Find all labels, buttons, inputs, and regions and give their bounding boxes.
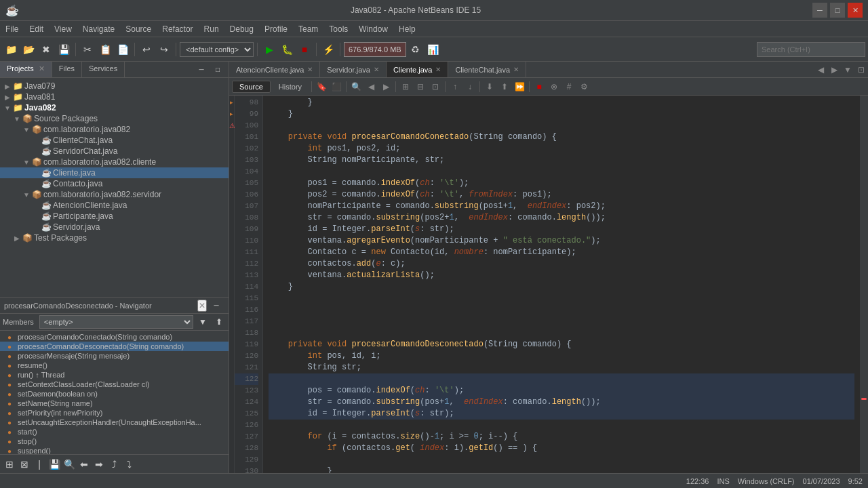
tree-item-cliente[interactable]: ▶ ☕ Cliente.java: [0, 167, 229, 178]
menu-refactor[interactable]: Refactor: [157, 23, 198, 35]
menu-file[interactable]: File: [0, 23, 24, 35]
toggle-linenums-button[interactable]: #: [562, 80, 576, 94]
menu-navigate[interactable]: Navigate: [77, 23, 120, 35]
expand-java081[interactable]: ▶: [3, 94, 12, 101]
expand-java082[interactable]: ▼: [3, 104, 12, 112]
tree-item-source-packages[interactable]: ▼ 📦 Source Packages: [0, 113, 229, 124]
editor-tab-cliente[interactable]: Cliente.java ✕: [387, 62, 448, 77]
nav-item-11[interactable]: ● stop(): [0, 436, 229, 446]
menu-source[interactable]: Source: [120, 23, 157, 35]
editor-tab-clientechat[interactable]: ClienteChat.java ✕: [448, 62, 526, 77]
step-into-button[interactable]: ⬇: [483, 80, 496, 94]
nav-btn-1[interactable]: ⊠: [18, 458, 31, 471]
unfold-button[interactable]: ⊟: [414, 80, 427, 94]
members-filter-select[interactable]: <empty>: [39, 315, 193, 329]
nav-item-0[interactable]: ● procesarComandoConectado(String comand…: [0, 332, 229, 342]
close-servidor-tab[interactable]: ✕: [374, 66, 379, 73]
menu-profile[interactable]: Profile: [259, 23, 293, 35]
editor-tab-servidor[interactable]: Servidor.java ✕: [320, 62, 387, 77]
find-button[interactable]: 🔍: [349, 80, 363, 94]
minimize-panel-button[interactable]: ─: [193, 62, 210, 78]
tree-item-clientechat[interactable]: ▶ ☕ ClienteChat.java: [0, 135, 229, 146]
expand-pkg-servidor[interactable]: ▼: [22, 191, 31, 199]
tree-item-atencion[interactable]: ▶ ☕ AtencionCliente.java: [0, 200, 229, 211]
stop-button[interactable]: ■: [296, 41, 313, 58]
nav-item-3[interactable]: ● resume(): [0, 361, 229, 370]
tree-item-pkg-servidor[interactable]: ▼ 📦 com.laboratorio.java082.servidor: [0, 189, 229, 200]
save-button[interactable]: 💾: [56, 41, 72, 58]
gc-button[interactable]: ♻: [408, 41, 424, 58]
expand-pkg-lab[interactable]: ▼: [22, 126, 31, 134]
nav-item-10[interactable]: ● start(): [0, 427, 229, 436]
close-navigator-button[interactable]: ✕: [197, 300, 207, 312]
tree-item-contacto[interactable]: ▶ ☕ Contacto.java: [0, 178, 229, 189]
new-project-button[interactable]: 📁: [3, 41, 19, 58]
tab-projects[interactable]: Projects ✕: [0, 62, 52, 77]
fold-button[interactable]: ⊞: [399, 80, 412, 94]
restore-editor-button[interactable]: ⊡: [854, 62, 868, 78]
nav-btn-8[interactable]: ⤵: [122, 458, 136, 471]
paste-button[interactable]: 📄: [115, 41, 131, 58]
expand-java079[interactable]: ▶: [3, 83, 12, 90]
nav-item-12[interactable]: ● suspend(): [0, 446, 229, 454]
memory-indicator[interactable]: 676.9/874.0 MB: [344, 42, 406, 57]
code-editor[interactable]: ▸ ▸ ⚠ 98 99 100 101 102 103 104 105 106 …: [229, 96, 868, 473]
code-text[interactable]: } } private void procesarComandoConectad…: [263, 96, 860, 473]
history-tab-button[interactable]: History: [272, 81, 309, 92]
nav-sort-button[interactable]: ⬆: [212, 315, 226, 329]
tree-item-servidorchat[interactable]: ▶ ☕ ServidorChat.java: [0, 146, 229, 157]
toggle-bookmark-button[interactable]: 🔖: [315, 80, 328, 94]
tree-item-test-packages[interactable]: ▶ 📦 Test Packages: [0, 232, 229, 243]
menu-view[interactable]: View: [49, 23, 77, 35]
menu-window[interactable]: Window: [353, 23, 393, 35]
find-next-button[interactable]: ▶: [379, 80, 393, 94]
nav-filter-button[interactable]: ▼: [196, 315, 210, 329]
nav-item-2[interactable]: ● procesarMensaje(String mensaje): [0, 351, 229, 361]
nav-item-4[interactable]: ● run() ↑ Thread: [0, 370, 229, 380]
toggle-breakpoint-button[interactable]: ⬛: [330, 80, 343, 94]
menu-debug[interactable]: Debug: [224, 23, 259, 35]
nav-btn-0[interactable]: ⊞: [3, 458, 16, 471]
next-tab-button[interactable]: ▶: [827, 62, 841, 78]
toggle-fold-button[interactable]: ⊡: [429, 80, 442, 94]
minimize-button[interactable]: ─: [812, 3, 827, 18]
menu-help[interactable]: Help: [393, 23, 421, 35]
tree-item-pkg-cliente[interactable]: ▼ 📦 com.laboratorio.java082.cliente: [0, 157, 229, 167]
config-select[interactable]: <default config>: [180, 42, 254, 57]
menu-edit[interactable]: Edit: [24, 23, 49, 35]
tab-menu-button[interactable]: ▼: [841, 62, 854, 78]
menu-run[interactable]: Run: [199, 23, 224, 35]
profile2-button[interactable]: 📊: [425, 41, 441, 58]
maximize-panel-button[interactable]: □: [210, 62, 226, 78]
expand-source-packages[interactable]: ▼: [12, 115, 22, 123]
debug-button[interactable]: 🐛: [279, 41, 295, 58]
nav-item-1[interactable]: ● procesarComandoDesconectado(String com…: [0, 342, 229, 351]
tree-item-servidor[interactable]: ▶ ☕ Servidor.java: [0, 222, 229, 232]
cut-button[interactable]: ✂: [79, 41, 96, 58]
close-atencion-tab[interactable]: ✕: [307, 66, 313, 73]
editor-tab-atencion[interactable]: AtencionCliente.java ✕: [229, 62, 320, 77]
open-project-button[interactable]: 📂: [20, 41, 37, 58]
nav-item-6[interactable]: ● setDaemon(boolean on): [0, 389, 229, 399]
debug-breakpoint-button[interactable]: ⊗: [547, 80, 561, 94]
undo-button[interactable]: ↩: [138, 41, 155, 58]
close-button[interactable]: ✕: [848, 3, 863, 18]
nav-item-9[interactable]: ● setUncaughtExceptionHandler(UncaughtEx…: [0, 418, 229, 427]
prev-tab-button[interactable]: ◀: [814, 62, 827, 78]
stop-red-button[interactable]: ■: [532, 80, 546, 94]
maximize-button[interactable]: □: [830, 3, 845, 18]
search-input[interactable]: [757, 42, 865, 57]
copy-button[interactable]: 📋: [97, 41, 113, 58]
nav-btn-2[interactable]: |: [33, 458, 46, 471]
nav-item-5[interactable]: ● setContextClassLoader(ClassLoader cl): [0, 380, 229, 389]
profile-button[interactable]: ⚡: [320, 41, 336, 58]
close-clientechat-tab[interactable]: ✕: [513, 66, 519, 73]
tree-item-java079[interactable]: ▶ 📁 Java079: [0, 81, 229, 92]
nav-item-7[interactable]: ● setName(String name): [0, 399, 229, 408]
tree-item-java082[interactable]: ▼ 📁 Java082: [0, 102, 229, 113]
source-tab-button[interactable]: Source: [232, 81, 271, 93]
redo-button[interactable]: ↪: [156, 41, 172, 58]
menu-tools[interactable]: Tools: [323, 23, 353, 35]
tab-services[interactable]: Services: [82, 62, 125, 77]
close-cliente-tab[interactable]: ✕: [435, 66, 441, 73]
